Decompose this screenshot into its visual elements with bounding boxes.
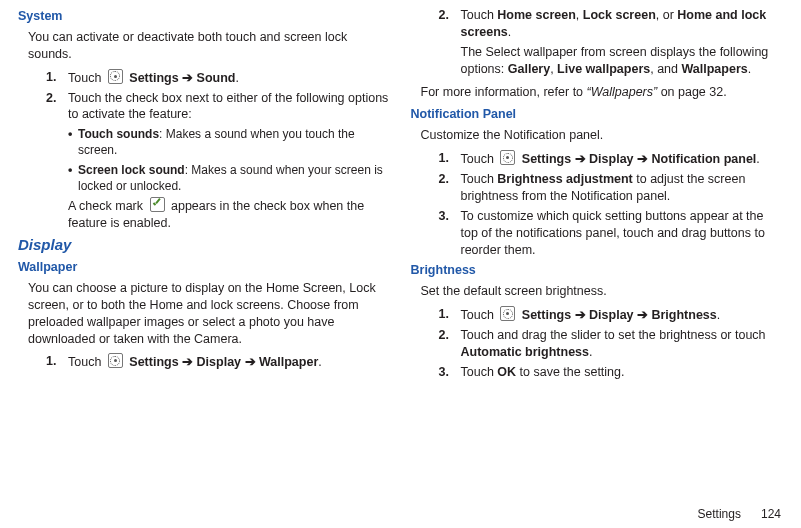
path: Settings ➔ Display ➔ Notification panel xyxy=(518,152,756,166)
step-number: 2. xyxy=(439,327,461,361)
text: Touch xyxy=(461,8,498,22)
footer-section: Settings xyxy=(698,507,741,521)
text: to save the setting. xyxy=(516,365,624,379)
step-bright-3: 3. Touch OK to save the setting. xyxy=(439,364,784,381)
opt: OK xyxy=(497,365,516,379)
step-notif-2: 2. Touch Brightness adjustment to adjust… xyxy=(439,171,784,205)
label: Touch sounds xyxy=(78,127,159,141)
heading-wallpaper: Wallpaper xyxy=(18,259,391,276)
xref: “Wallpapers” xyxy=(587,85,658,99)
step-text: Touch and drag the slider to set the bri… xyxy=(461,327,784,361)
step-wallpaper-2: 2. Touch Home screen, Lock screen, or Ho… xyxy=(439,7,784,41)
heading-display: Display xyxy=(18,235,391,255)
step-text: Touch Brightness adjustment to adjust th… xyxy=(461,171,784,205)
text: . xyxy=(508,25,511,39)
settings-icon xyxy=(500,150,515,165)
opt: Automatic brightness xyxy=(461,345,590,359)
text: . xyxy=(235,71,238,85)
step-text: Touch the check box next to either of th… xyxy=(68,90,391,124)
text: Touch xyxy=(461,365,498,379)
column-right: 2. Touch Home screen, Lock screen, or Ho… xyxy=(411,4,784,384)
settings-icon xyxy=(108,69,123,84)
text-wallpaper-options: The Select wallpaper from screen display… xyxy=(461,44,784,78)
step-text: Touch Settings ➔ Display ➔ Notification … xyxy=(461,150,784,168)
text: . xyxy=(748,62,751,76)
step-number: 1. xyxy=(439,306,461,324)
step-number: 1. xyxy=(439,150,461,168)
text: , or xyxy=(656,8,678,22)
step-number: 2. xyxy=(439,7,461,41)
text: Touch xyxy=(461,172,498,186)
heading-notification-panel: Notification Panel xyxy=(411,106,784,123)
bullet-text: Screen lock sound: Makes a sound when yo… xyxy=(78,162,391,194)
step-number: 2. xyxy=(439,171,461,205)
column-left: System You can activate or deactivate bo… xyxy=(18,4,391,384)
heading-system: System xyxy=(18,8,391,25)
text: on page 32. xyxy=(657,85,727,99)
step-sound-2: 2. Touch the check box next to either of… xyxy=(46,90,391,124)
step-text: Touch Settings ➔ Sound. xyxy=(68,69,391,87)
text-brightness-intro: Set the default screen brightness. xyxy=(421,283,784,300)
step-text: To customize which quick setting buttons… xyxy=(461,208,784,259)
settings-icon xyxy=(108,353,123,368)
bullet-screen-lock-sound: • Screen lock sound: Makes a sound when … xyxy=(68,162,391,194)
settings-icon xyxy=(500,306,515,321)
step-number: 3. xyxy=(439,364,461,381)
text-notification-intro: Customize the Notification panel. xyxy=(421,127,784,144)
step-number: 1. xyxy=(46,69,68,87)
opt: Wallpapers xyxy=(682,62,748,76)
text-wallpaper-intro: You can choose a picture to display on t… xyxy=(28,280,391,348)
opt: Lock screen xyxy=(583,8,656,22)
text: Touch xyxy=(461,152,498,166)
text: , and xyxy=(650,62,681,76)
step-text: Touch Settings ➔ Display ➔ Brightness. xyxy=(461,306,784,324)
bullet-marker: • xyxy=(68,126,78,158)
path: Settings ➔ Display ➔ Wallpaper xyxy=(126,355,318,369)
page-number: 124 xyxy=(761,507,781,521)
opt: Home screen xyxy=(497,8,576,22)
step-notif-3: 3. To customize which quick setting butt… xyxy=(439,208,784,259)
text: A check mark xyxy=(68,199,147,213)
path: Settings ➔ Sound xyxy=(126,71,236,85)
text: . xyxy=(756,152,759,166)
note-check-mark: A check mark appears in the check box wh… xyxy=(68,197,391,232)
step-wallpaper-1: 1. Touch Settings ➔ Display ➔ Wallpaper. xyxy=(46,353,391,371)
text: For more information, refer to xyxy=(421,85,587,99)
text: Touch and drag the slider to set the bri… xyxy=(461,328,766,342)
bullet-marker: • xyxy=(68,162,78,194)
text: Touch xyxy=(68,71,105,85)
bullet-touch-sounds: • Touch sounds: Makes a sound when you t… xyxy=(68,126,391,158)
step-number: 2. xyxy=(46,90,68,124)
text-system-intro: You can activate or deactivate both touc… xyxy=(28,29,391,63)
step-notif-1: 1. Touch Settings ➔ Display ➔ Notificati… xyxy=(439,150,784,168)
step-bright-2: 2. Touch and drag the slider to set the … xyxy=(439,327,784,361)
label: Screen lock sound xyxy=(78,163,185,177)
heading-brightness: Brightness xyxy=(411,262,784,279)
step-number: 1. xyxy=(46,353,68,371)
page: System You can activate or deactivate bo… xyxy=(0,0,801,528)
text-more-info: For more information, refer to “Wallpape… xyxy=(421,84,784,101)
path: Settings ➔ Display ➔ Brightness xyxy=(518,308,716,322)
step-text: Touch OK to save the setting. xyxy=(461,364,784,381)
text: . xyxy=(589,345,592,359)
step-number: 3. xyxy=(439,208,461,259)
step-bright-1: 1. Touch Settings ➔ Display ➔ Brightness… xyxy=(439,306,784,324)
check-icon xyxy=(150,197,165,212)
bullet-text: Touch sounds: Makes a sound when you tou… xyxy=(78,126,391,158)
step-text: Touch Home screen, Lock screen, or Home … xyxy=(461,7,784,41)
text: . xyxy=(717,308,720,322)
text: Touch xyxy=(461,308,498,322)
two-column-layout: System You can activate or deactivate bo… xyxy=(18,4,783,384)
opt: Live wallpapers xyxy=(557,62,650,76)
page-footer: Settings124 xyxy=(698,506,781,522)
step-text: Touch Settings ➔ Display ➔ Wallpaper. xyxy=(68,353,391,371)
text: . xyxy=(318,355,321,369)
opt: Gallery xyxy=(508,62,550,76)
opt: Brightness adjustment xyxy=(497,172,632,186)
text: , xyxy=(576,8,583,22)
step-sound-1: 1. Touch Settings ➔ Sound. xyxy=(46,69,391,87)
text: Touch xyxy=(68,355,105,369)
